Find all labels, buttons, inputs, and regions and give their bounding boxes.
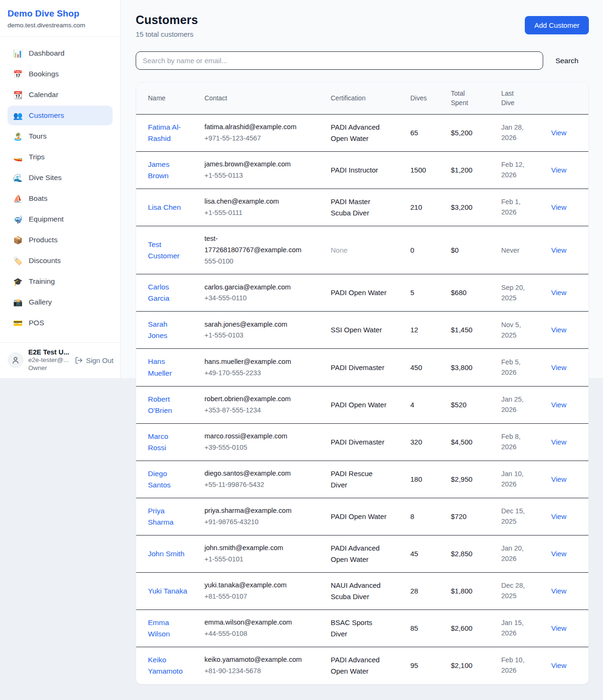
last-dive-date: Jan 15, 2026: [501, 618, 530, 639]
sidebar-item-label: Dashboard: [29, 49, 65, 58]
customer-email: yuki.tanaka@example.com: [204, 580, 304, 591]
view-link[interactable]: View: [551, 475, 566, 483]
sidebar-item-label: Bookings: [29, 70, 59, 78]
certification-cell: PADI Advanced Open Water: [331, 114, 410, 151]
credit-card-icon: 💳: [13, 319, 23, 328]
dives-cell: 180: [410, 461, 451, 498]
view-cell: View: [551, 189, 588, 226]
contact-cell: james.brown@example.com +1-555-0113: [204, 151, 331, 189]
total-spent-cell: $680: [451, 274, 501, 312]
dives-cell: 28: [410, 572, 451, 609]
view-link[interactable]: View: [551, 203, 566, 211]
user-info: E2E Test U... e2e-tester@... Owner: [28, 348, 70, 372]
view-cell: View: [551, 274, 588, 312]
sidebar-item-label: Dive Sites: [29, 173, 62, 182]
column-header: Total Spent: [451, 82, 501, 114]
last-dive-cell: Jan 28, 2026: [501, 114, 551, 151]
sidebar-item-label: Customers: [29, 111, 64, 120]
customer-name-link[interactable]: Test Customer: [148, 239, 188, 262]
customer-name-link[interactable]: Hans Mueller: [148, 356, 188, 379]
customer-name-link[interactable]: Emma Wilson: [148, 617, 188, 640]
sidebar-item-discounts[interactable]: 🏷️ Discounts: [8, 251, 113, 271]
sidebar-item-products[interactable]: 📦 Products: [8, 230, 113, 250]
name-cell: John Smith: [136, 535, 204, 572]
certification-cell: None: [331, 226, 410, 274]
shop-domain: demo.test.divestreams.com: [8, 22, 113, 29]
sidebar-item-pos[interactable]: 💳 POS: [8, 313, 113, 333]
sidebar-item-calendar[interactable]: 📆 Calendar: [8, 85, 113, 105]
view-link[interactable]: View: [551, 363, 566, 371]
view-link[interactable]: View: [551, 129, 566, 137]
sidebar-item-training[interactable]: 🎓 Training: [8, 272, 113, 291]
sidebar-item-bookings[interactable]: 📅 Bookings: [8, 64, 113, 84]
table-row: Yuki Tanaka yuki.tanaka@example.com +81-…: [136, 572, 588, 609]
search-input[interactable]: [136, 51, 543, 70]
sidebar-item-dashboard[interactable]: 📊 Dashboard: [8, 43, 113, 63]
view-cell: View: [551, 535, 588, 572]
user-email: e2e-tester@...: [28, 356, 70, 364]
customer-name-link[interactable]: John Smith: [148, 548, 185, 560]
view-cell: View: [551, 151, 588, 189]
table-row: Emma Wilson emma.wilson@example.com +44-…: [136, 609, 588, 647]
view-link[interactable]: View: [551, 326, 566, 334]
customer-name-link[interactable]: Lisa Chen: [148, 202, 181, 213]
search-button[interactable]: Search: [543, 57, 589, 65]
view-link[interactable]: View: [551, 550, 566, 558]
sidebar-item-dive-sites[interactable]: 🌊 Dive Sites: [8, 168, 113, 188]
customer-name-link[interactable]: Diego Santos: [148, 468, 188, 491]
bar-chart-icon: 📊: [13, 49, 23, 58]
last-dive-cell: Feb 5, 2026: [501, 349, 551, 386]
sidebar-item-tours[interactable]: 🏝️ Tours: [8, 126, 113, 146]
view-link[interactable]: View: [551, 661, 566, 669]
sign-out-button[interactable]: Sign Out: [75, 356, 114, 364]
table-row: James Brown james.brown@example.com +1-5…: [136, 151, 588, 189]
sidebar-item-customers[interactable]: 👥 Customers: [8, 106, 113, 125]
view-link[interactable]: View: [551, 512, 566, 520]
customer-name-link[interactable]: Yuki Tanaka: [148, 585, 187, 597]
view-link[interactable]: View: [551, 288, 566, 296]
view-link[interactable]: View: [551, 438, 566, 446]
dives-cell: 1500: [410, 151, 451, 189]
customer-phone: 555-0100: [204, 256, 304, 267]
customer-name-link[interactable]: Keiko Yamamoto: [148, 654, 188, 677]
view-link[interactable]: View: [551, 401, 566, 409]
customer-name-link[interactable]: Marco Rossi: [148, 431, 188, 453]
view-link[interactable]: View: [551, 587, 566, 595]
tag-icon: 🏷️: [13, 256, 23, 265]
sidebar-item-trips[interactable]: 🚤 Trips: [8, 147, 113, 167]
last-dive-date: Feb 10, 2026: [501, 655, 530, 676]
name-cell: Yuki Tanaka: [136, 572, 204, 609]
total-spent-cell: $5,200: [451, 114, 501, 151]
view-cell: View: [551, 609, 588, 647]
view-link[interactable]: View: [551, 246, 566, 254]
dives-cell: 85: [410, 609, 451, 647]
customer-name-link[interactable]: Carlos Garcia: [148, 281, 188, 304]
logout-icon: [75, 356, 83, 364]
dives-cell: 45: [410, 535, 451, 572]
name-cell: James Brown: [136, 151, 204, 189]
customer-name-link[interactable]: Sarah Jones: [148, 319, 188, 341]
customer-email: test-1772681807767@example.com: [204, 233, 304, 256]
view-cell: View: [551, 312, 588, 349]
add-customer-button[interactable]: Add Customer: [525, 16, 589, 34]
last-dive-date: Feb 12, 2026: [501, 159, 530, 181]
view-link[interactable]: View: [551, 624, 566, 632]
last-dive-date: Feb 1, 2026: [501, 197, 530, 218]
sidebar-item-equipment[interactable]: 🤿 Equipment: [8, 209, 113, 229]
certification-cell: PADI Divemaster: [331, 423, 410, 461]
dives-cell: 65: [410, 114, 451, 151]
graduation-cap-icon: 🎓: [13, 277, 23, 286]
sidebar-item-label: Calendar: [29, 91, 58, 99]
certification: PADI Advanced Open Water: [331, 122, 388, 144]
sidebar-item-boats[interactable]: ⛵ Boats: [8, 189, 113, 208]
view-link[interactable]: View: [551, 166, 566, 174]
customer-name-link[interactable]: Priya Sharma: [148, 505, 188, 528]
customer-name-link[interactable]: Fatima Al-Rashid: [148, 122, 188, 144]
customer-phone: +91-98765-43210: [204, 517, 304, 528]
sidebar-item-gallery[interactable]: 📸 Gallery: [8, 292, 113, 312]
customer-name-link[interactable]: James Brown: [148, 159, 188, 181]
table-row: Fatima Al-Rashid fatima.alrashid@example…: [136, 114, 588, 151]
customer-name-link[interactable]: Robert O'Brien: [148, 394, 188, 416]
sidebar-item-label: Trips: [29, 153, 45, 161]
sidebar-user-footer: E2E Test U... e2e-tester@... Owner Sign …: [0, 342, 120, 378]
